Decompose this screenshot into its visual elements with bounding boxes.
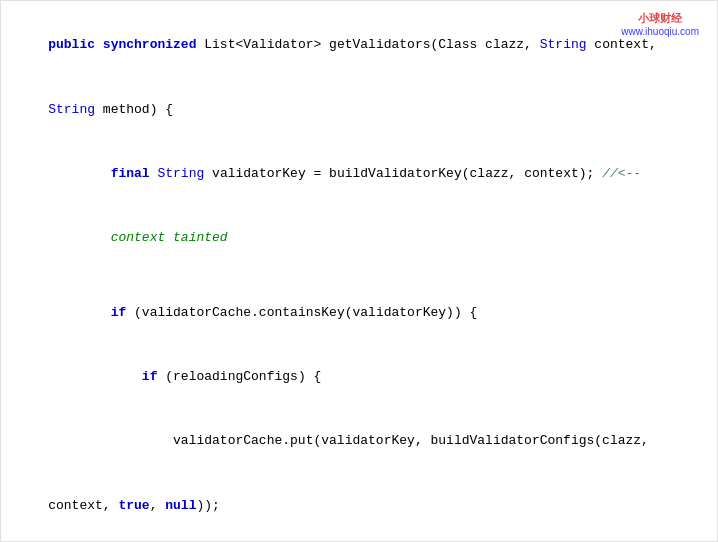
code-line-7: validatorCache.put(validatorKey, buildVa… bbox=[17, 409, 701, 473]
code-line-5: if (validatorCache.containsKey(validator… bbox=[17, 280, 701, 344]
watermark: 小球财经 www.ihuoqiu.com bbox=[615, 9, 705, 39]
code-line-2: String method) { bbox=[17, 77, 701, 141]
code-line-3: final String validatorKey = buildValidat… bbox=[17, 142, 701, 206]
blank-1 bbox=[17, 270, 701, 280]
code-line-6: if (reloadingConfigs) { bbox=[17, 345, 701, 409]
watermark-url: www.ihuoqiu.com bbox=[621, 26, 699, 37]
code-line-8: context, true, null)); bbox=[17, 473, 701, 537]
code-line-4: context tainted bbox=[17, 206, 701, 270]
watermark-logo: 小球财经 bbox=[638, 11, 682, 26]
code-line-9: } bbox=[17, 538, 701, 543]
code-viewer: 小球财经 www.ihuoqiu.com public synchronized… bbox=[0, 0, 718, 542]
code-line-1: public synchronized List<Validator> getV… bbox=[17, 13, 701, 77]
